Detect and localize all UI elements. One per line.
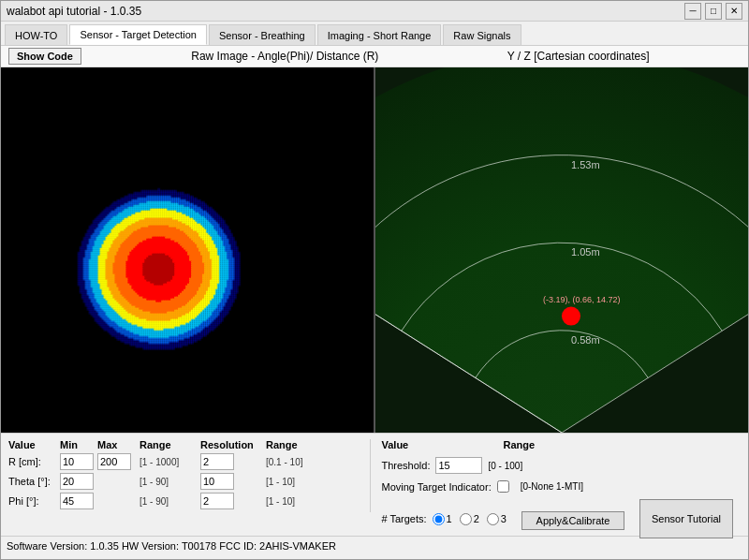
- radar-panel: [375, 67, 748, 433]
- controls-right: Value Range Threshold: [0 - 100] Moving …: [371, 439, 742, 541]
- phi-label: Phi [°]:: [8, 495, 60, 507]
- mti-row: Moving Target Indicator: [0-None 1-MTI]: [382, 480, 734, 493]
- phi-min-input[interactable]: [60, 493, 94, 509]
- theta-resolution-input[interactable]: [200, 473, 234, 490]
- targets-radio-group: 1 2 3: [433, 513, 507, 525]
- window-controls: ─ □ ✕: [684, 3, 742, 20]
- target-2-radio[interactable]: [460, 513, 472, 525]
- mti-label: Moving Target Indicator:: [382, 481, 492, 493]
- window-title: walabot api tutorial - 1.0.35: [7, 5, 141, 18]
- right-panel-title: Y / Z [Cartesian coordinates]: [507, 50, 650, 63]
- phi-row: Phi [°]: [1 - 90] [1 - 10]: [8, 493, 360, 509]
- threshold-range: [0 - 100]: [488, 461, 522, 471]
- target-1: 1: [433, 513, 452, 525]
- tab-raw-signals[interactable]: Raw Signals: [443, 24, 521, 45]
- theta-min-input[interactable]: [60, 473, 94, 490]
- radar-canvas: [375, 67, 748, 433]
- target-2: 2: [460, 513, 479, 525]
- apply-calibrate-button[interactable]: Apply&Calibrate: [521, 511, 624, 530]
- mti-range: [0-None 1-MTI]: [521, 481, 583, 492]
- mti-checkbox[interactable]: [497, 480, 509, 493]
- phi-resolution-input[interactable]: [200, 493, 234, 509]
- theta-label: Theta [°]:: [8, 476, 60, 487]
- theta-range2: [1 - 10]: [266, 477, 317, 487]
- targets-label: # Targets:: [382, 513, 427, 524]
- status-text: Software Version: 1.0.35 HW Version: T00…: [7, 540, 336, 552]
- target-3-radio[interactable]: [487, 513, 499, 525]
- controls-header: Value Min Max Range Resolution Range: [8, 439, 360, 450]
- heatmap-panel: [1, 67, 375, 433]
- toolbar: Show Code Raw Image - Angle(Phi)/ Distan…: [1, 46, 748, 67]
- r-range1: [1 - 1000]: [140, 457, 200, 467]
- controls-section: Value Min Max Range Resolution Range R […: [1, 433, 748, 536]
- target-1-radio[interactable]: [433, 513, 445, 525]
- target-3: 3: [487, 513, 507, 525]
- tab-sensor-breathing[interactable]: Sensor - Breathing: [209, 24, 316, 45]
- r-resolution-input[interactable]: [200, 453, 234, 470]
- left-panel-title: Raw Image - Angle(Phi)/ Distance (R): [191, 50, 378, 63]
- threshold-input[interactable]: [435, 457, 482, 474]
- phi-range1: [1 - 90]: [140, 496, 200, 507]
- maximize-button[interactable]: □: [705, 3, 722, 20]
- minimize-button[interactable]: ─: [684, 3, 701, 20]
- show-code-button[interactable]: Show Code: [8, 48, 81, 65]
- threshold-label: Threshold:: [382, 460, 431, 471]
- main-content: [1, 67, 748, 433]
- title-bar: walabot api tutorial - 1.0.35 ─ □ ✕: [1, 1, 748, 22]
- threshold-row: Threshold: [0 - 100]: [382, 457, 734, 474]
- close-button[interactable]: ✕: [726, 3, 742, 20]
- tab-howto[interactable]: HOW-TO: [5, 24, 67, 45]
- r-max-input[interactable]: [97, 453, 131, 470]
- theta-row: Theta [°]: [1 - 90] [1 - 10]: [8, 473, 360, 490]
- r-min-input[interactable]: [60, 453, 94, 470]
- controls-left: Value Min Max Range Resolution Range R […: [8, 439, 371, 512]
- targets-row: # Targets: 1 2 3 Apply&Calibrate: [382, 499, 734, 538]
- tab-sensor-target[interactable]: Sensor - Target Detection: [69, 24, 207, 45]
- theta-range1: [1 - 90]: [140, 477, 200, 487]
- sensor-tutorial-button[interactable]: Sensor Tutorial: [639, 499, 733, 538]
- tab-bar: HOW-TO Sensor - Target Detection Sensor …: [1, 22, 748, 46]
- r-row: R [cm]: [1 - 1000] [0.1 - 10]: [8, 453, 360, 470]
- tab-imaging-short[interactable]: Imaging - Short Range: [317, 24, 442, 45]
- r-label: R [cm]:: [8, 456, 60, 467]
- r-range2: [0.1 - 10]: [266, 457, 317, 467]
- right-controls-header: Value Range: [382, 439, 734, 450]
- heatmap-canvas: [1, 67, 374, 433]
- phi-range2: [1 - 10]: [266, 496, 317, 507]
